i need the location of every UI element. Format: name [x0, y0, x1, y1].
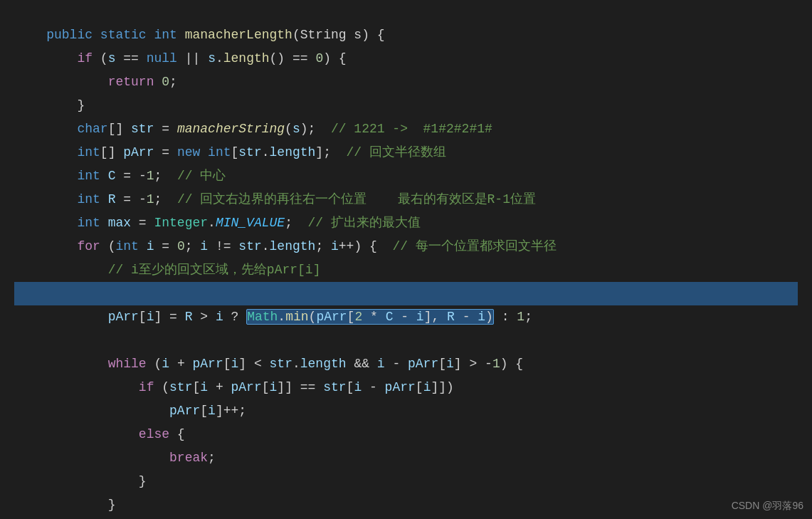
keyword-static: static	[100, 28, 147, 42]
keyword-int-r: int	[77, 192, 100, 206]
keyword-int-arr: int	[77, 145, 100, 159]
keyword-int-max: int	[77, 216, 100, 230]
keyword-int-c: int	[77, 169, 100, 183]
code-line-header: public static int manacherLength(String …	[14, 0, 798, 23]
keyword-for: for	[77, 239, 100, 253]
keyword-if2: if	[139, 380, 154, 394]
keyword-return: return	[108, 75, 154, 89]
keyword-else: else	[139, 427, 169, 441]
keyword-break: break	[169, 451, 208, 465]
selected-text: Math.min(pArr[2 * C - i], R - i)	[246, 309, 494, 325]
keyword-public: public	[46, 28, 93, 42]
keyword-char: char	[77, 122, 107, 136]
code-line-parr-assign: pArr[i] = R > i ? Math.min(pArr[2 * C - …	[14, 282, 798, 305]
keyword-if: if	[77, 51, 93, 65]
keyword-int: int	[154, 28, 176, 42]
watermark: CSDN @羽落96	[732, 498, 803, 513]
code-line-char: char[] str = manacherString(s); // 1221 …	[14, 94, 798, 117]
code-editor: public static int manacherLength(String …	[0, 0, 812, 519]
keyword-null: null	[147, 51, 177, 65]
keyword-while: while	[108, 357, 147, 371]
code-line-while: while (i + pArr[i] < str.length && i - p…	[14, 329, 798, 352]
method-name: manacherLength	[185, 28, 292, 42]
